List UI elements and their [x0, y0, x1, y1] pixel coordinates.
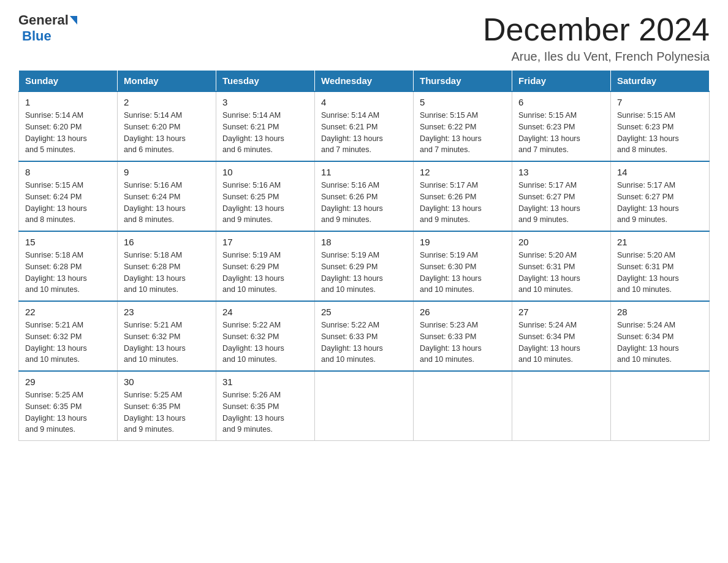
day-number: 3 [222, 97, 308, 107]
calendar-day-cell [315, 371, 414, 441]
day-info: Sunrise: 5:15 AM Sunset: 6:23 PM Dayligh… [617, 110, 703, 156]
calendar-day-cell: 9 Sunrise: 5:16 AM Sunset: 6:24 PM Dayli… [118, 161, 216, 231]
day-number: 30 [124, 377, 210, 387]
calendar-week-row: 1 Sunrise: 5:14 AM Sunset: 6:20 PM Dayli… [19, 91, 710, 161]
day-info: Sunrise: 5:24 AM Sunset: 6:34 PM Dayligh… [617, 320, 703, 366]
day-info: Sunrise: 5:16 AM Sunset: 6:25 PM Dayligh… [222, 180, 308, 226]
day-info: Sunrise: 5:18 AM Sunset: 6:28 PM Dayligh… [124, 250, 210, 296]
day-number: 2 [124, 97, 210, 107]
day-info: Sunrise: 5:17 AM Sunset: 6:27 PM Dayligh… [518, 180, 604, 226]
calendar-week-row: 15 Sunrise: 5:18 AM Sunset: 6:28 PM Dayl… [19, 231, 710, 301]
title-section: December 2024 Arue, Iles du Vent, French… [483, 12, 710, 64]
day-number: 16 [124, 237, 210, 247]
page-header: General Blue December 2024 Arue, Iles du… [18, 12, 710, 64]
day-info: Sunrise: 5:15 AM Sunset: 6:24 PM Dayligh… [25, 180, 111, 226]
day-number: 4 [321, 97, 407, 107]
month-title: December 2024 [483, 12, 710, 47]
weekday-header-wednesday: Wednesday [315, 71, 414, 92]
day-number: 14 [617, 167, 703, 177]
day-number: 15 [25, 237, 111, 247]
calendar-day-cell: 14 Sunrise: 5:17 AM Sunset: 6:27 PM Dayl… [611, 161, 710, 231]
calendar-day-cell: 24 Sunrise: 5:22 AM Sunset: 6:32 PM Dayl… [216, 301, 315, 371]
day-number: 17 [222, 237, 308, 247]
day-info: Sunrise: 5:16 AM Sunset: 6:26 PM Dayligh… [321, 180, 407, 226]
calendar-day-cell: 1 Sunrise: 5:14 AM Sunset: 6:20 PM Dayli… [19, 91, 118, 161]
calendar-day-cell: 18 Sunrise: 5:19 AM Sunset: 6:29 PM Dayl… [315, 231, 414, 301]
calendar-day-cell: 25 Sunrise: 5:22 AM Sunset: 6:33 PM Dayl… [315, 301, 414, 371]
day-number: 12 [420, 167, 506, 177]
day-number: 20 [518, 237, 604, 247]
calendar-header-row: SundayMondayTuesdayWednesdayThursdayFrid… [19, 71, 710, 92]
day-number: 6 [518, 97, 604, 107]
calendar-week-row: 22 Sunrise: 5:21 AM Sunset: 6:32 PM Dayl… [19, 301, 710, 371]
day-info: Sunrise: 5:23 AM Sunset: 6:33 PM Dayligh… [420, 320, 506, 366]
day-number: 9 [124, 167, 210, 177]
day-info: Sunrise: 5:19 AM Sunset: 6:29 PM Dayligh… [321, 250, 407, 296]
calendar-day-cell: 8 Sunrise: 5:15 AM Sunset: 6:24 PM Dayli… [19, 161, 118, 231]
day-info: Sunrise: 5:14 AM Sunset: 6:20 PM Dayligh… [25, 110, 111, 156]
day-number: 21 [617, 237, 703, 247]
day-number: 26 [420, 307, 506, 317]
day-number: 25 [321, 307, 407, 317]
calendar-day-cell: 19 Sunrise: 5:19 AM Sunset: 6:30 PM Dayl… [414, 231, 512, 301]
calendar-day-cell: 28 Sunrise: 5:24 AM Sunset: 6:34 PM Dayl… [611, 301, 710, 371]
day-number: 1 [25, 97, 111, 107]
calendar-day-cell [414, 371, 512, 441]
day-info: Sunrise: 5:14 AM Sunset: 6:21 PM Dayligh… [321, 110, 407, 156]
calendar-week-row: 8 Sunrise: 5:15 AM Sunset: 6:24 PM Dayli… [19, 161, 710, 231]
calendar-day-cell: 30 Sunrise: 5:25 AM Sunset: 6:35 PM Dayl… [118, 371, 216, 441]
day-info: Sunrise: 5:24 AM Sunset: 6:34 PM Dayligh… [518, 320, 604, 366]
day-info: Sunrise: 5:21 AM Sunset: 6:32 PM Dayligh… [124, 320, 210, 366]
day-number: 5 [420, 97, 506, 107]
logo-general-text: General [18, 12, 69, 28]
calendar-day-cell: 31 Sunrise: 5:26 AM Sunset: 6:35 PM Dayl… [216, 371, 315, 441]
calendar-day-cell: 3 Sunrise: 5:14 AM Sunset: 6:21 PM Dayli… [216, 91, 315, 161]
calendar-day-cell: 13 Sunrise: 5:17 AM Sunset: 6:27 PM Dayl… [512, 161, 611, 231]
weekday-header-saturday: Saturday [611, 71, 710, 92]
day-info: Sunrise: 5:15 AM Sunset: 6:23 PM Dayligh… [518, 110, 604, 156]
day-info: Sunrise: 5:16 AM Sunset: 6:24 PM Dayligh… [124, 180, 210, 226]
calendar-day-cell: 10 Sunrise: 5:16 AM Sunset: 6:25 PM Dayl… [216, 161, 315, 231]
day-info: Sunrise: 5:21 AM Sunset: 6:32 PM Dayligh… [25, 320, 111, 366]
calendar-day-cell: 6 Sunrise: 5:15 AM Sunset: 6:23 PM Dayli… [512, 91, 611, 161]
day-number: 10 [222, 167, 308, 177]
calendar-day-cell: 29 Sunrise: 5:25 AM Sunset: 6:35 PM Dayl… [19, 371, 118, 441]
calendar-day-cell: 16 Sunrise: 5:18 AM Sunset: 6:28 PM Dayl… [118, 231, 216, 301]
day-number: 22 [25, 307, 111, 317]
day-info: Sunrise: 5:20 AM Sunset: 6:31 PM Dayligh… [617, 250, 703, 296]
day-number: 28 [617, 307, 703, 317]
day-number: 8 [25, 167, 111, 177]
day-number: 24 [222, 307, 308, 317]
calendar-day-cell: 20 Sunrise: 5:20 AM Sunset: 6:31 PM Dayl… [512, 231, 611, 301]
day-info: Sunrise: 5:17 AM Sunset: 6:27 PM Dayligh… [617, 180, 703, 226]
day-info: Sunrise: 5:25 AM Sunset: 6:35 PM Dayligh… [124, 389, 210, 435]
day-info: Sunrise: 5:14 AM Sunset: 6:20 PM Dayligh… [124, 110, 210, 156]
logo: General Blue [18, 12, 78, 44]
calendar-week-row: 29 Sunrise: 5:25 AM Sunset: 6:35 PM Dayl… [19, 371, 710, 441]
calendar-day-cell: 5 Sunrise: 5:15 AM Sunset: 6:22 PM Dayli… [414, 91, 512, 161]
day-number: 13 [518, 167, 604, 177]
day-number: 19 [420, 237, 506, 247]
day-number: 7 [617, 97, 703, 107]
day-info: Sunrise: 5:14 AM Sunset: 6:21 PM Dayligh… [222, 110, 308, 156]
calendar-table: SundayMondayTuesdayWednesdayThursdayFrid… [18, 70, 710, 441]
day-number: 27 [518, 307, 604, 317]
day-info: Sunrise: 5:22 AM Sunset: 6:32 PM Dayligh… [222, 320, 308, 366]
day-info: Sunrise: 5:19 AM Sunset: 6:30 PM Dayligh… [420, 250, 506, 296]
calendar-day-cell: 12 Sunrise: 5:17 AM Sunset: 6:26 PM Dayl… [414, 161, 512, 231]
calendar-day-cell: 7 Sunrise: 5:15 AM Sunset: 6:23 PM Dayli… [611, 91, 710, 161]
calendar-day-cell: 26 Sunrise: 5:23 AM Sunset: 6:33 PM Dayl… [414, 301, 512, 371]
day-info: Sunrise: 5:26 AM Sunset: 6:35 PM Dayligh… [222, 389, 308, 435]
day-info: Sunrise: 5:22 AM Sunset: 6:33 PM Dayligh… [321, 320, 407, 366]
calendar-day-cell: 23 Sunrise: 5:21 AM Sunset: 6:32 PM Dayl… [118, 301, 216, 371]
day-info: Sunrise: 5:17 AM Sunset: 6:26 PM Dayligh… [420, 180, 506, 226]
calendar-day-cell: 17 Sunrise: 5:19 AM Sunset: 6:29 PM Dayl… [216, 231, 315, 301]
calendar-day-cell: 27 Sunrise: 5:24 AM Sunset: 6:34 PM Dayl… [512, 301, 611, 371]
logo-triangle-icon [70, 16, 77, 25]
day-info: Sunrise: 5:20 AM Sunset: 6:31 PM Dayligh… [518, 250, 604, 296]
calendar-day-cell: 11 Sunrise: 5:16 AM Sunset: 6:26 PM Dayl… [315, 161, 414, 231]
weekday-header-monday: Monday [118, 71, 216, 92]
calendar-day-cell [611, 371, 710, 441]
logo-blue-text: Blue [22, 28, 51, 44]
day-number: 18 [321, 237, 407, 247]
